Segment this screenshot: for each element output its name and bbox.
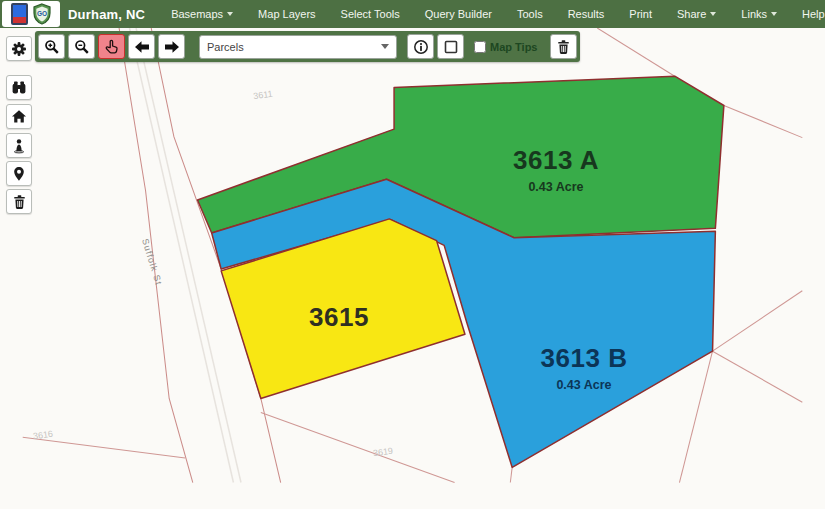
map-canvas[interactable]: [0, 28, 825, 509]
menu-item-label: Share: [677, 8, 706, 20]
app-title: Durham, NC: [68, 7, 145, 22]
map-tips-toggle: Map Tips: [474, 41, 537, 53]
gear-icon: [11, 41, 27, 57]
rectangle-select-button[interactable]: [437, 34, 464, 59]
toolbar: Parcels Map Tips: [35, 31, 580, 62]
menu-item-tools[interactable]: Tools: [517, 8, 543, 20]
settings-button[interactable]: [6, 36, 32, 61]
home-button[interactable]: [6, 104, 32, 129]
parcel-boundary-line: [724, 105, 802, 137]
parcel-map: [0, 28, 825, 509]
delete-button[interactable]: [6, 189, 32, 214]
zoom-in-button[interactable]: [38, 34, 65, 59]
gis-shield-logo-icon: GO: [32, 3, 52, 25]
chevron-down-icon: [771, 12, 777, 16]
menu-item-label: Select Tools: [341, 8, 400, 20]
layer-select[interactable]: Parcels: [199, 35, 397, 59]
map-pin-icon: [12, 166, 26, 182]
svg-text:GO: GO: [36, 10, 46, 17]
identify-button[interactable]: [407, 34, 434, 59]
info-icon: [413, 39, 429, 55]
parcel-boundary-line: [510, 467, 512, 482]
parcel-boundary-line: [23, 437, 186, 458]
menubar: GO Durham, NC BasemapsMap LayersSelect T…: [0, 0, 825, 28]
menu-item-label: Map Layers: [258, 8, 315, 20]
menu-item-label: Links: [741, 8, 767, 20]
trash-icon: [12, 194, 27, 210]
zoom-in-icon: [44, 39, 60, 55]
menu-item-label: Query Builder: [425, 8, 492, 20]
menu-item-basemaps[interactable]: Basemaps: [171, 8, 233, 20]
menu-item-label: Basemaps: [171, 8, 223, 20]
street-view-button[interactable]: [6, 133, 32, 158]
parcel-boundary-line: [713, 351, 803, 402]
forward-button[interactable]: [158, 34, 185, 59]
menu-item-help[interactable]: Help: [802, 8, 825, 20]
clear-selection-button[interactable]: [550, 34, 577, 59]
chevron-down-icon: [227, 12, 233, 16]
menu-item-links[interactable]: Links: [741, 8, 777, 20]
location-button[interactable]: [6, 161, 32, 186]
menu-item-results[interactable]: Results: [568, 8, 605, 20]
chevron-down-icon: [381, 44, 389, 49]
chevron-down-icon: [710, 12, 716, 16]
hand-pointer-icon: [104, 39, 119, 54]
menu-item-label: Tools: [517, 8, 543, 20]
menu-item-label: Results: [568, 8, 605, 20]
device-logo-icon: [11, 3, 28, 25]
parcel-boundary-line: [679, 351, 712, 482]
zoom-out-button[interactable]: [68, 34, 95, 59]
arrow-right-icon: [164, 40, 180, 54]
map-tips-checkbox[interactable]: [474, 41, 486, 53]
menu-item-label: Print: [629, 8, 652, 20]
app-logo[interactable]: GO: [2, 1, 60, 27]
trash-icon: [556, 39, 571, 55]
arrow-left-icon: [134, 40, 150, 54]
home-icon: [11, 109, 27, 124]
parcel-boundary-line: [597, 28, 674, 76]
pointer-select-tool-button[interactable]: [98, 34, 125, 59]
parcel-boundary-line: [261, 413, 455, 483]
menu-item-map-layers[interactable]: Map Layers: [258, 8, 315, 20]
binoculars-icon: [11, 80, 27, 95]
search-button[interactable]: [6, 75, 32, 100]
gis-app-window: 3613 A 0.43 Acre 3613 B 0.43 Acre 3615 3…: [0, 0, 825, 509]
menu-items: BasemapsMap LayersSelect ToolsQuery Buil…: [171, 8, 825, 20]
zoom-out-icon: [74, 39, 90, 55]
menu-item-query-builder[interactable]: Query Builder: [425, 8, 492, 20]
menu-item-share[interactable]: Share: [677, 8, 716, 20]
menu-item-select-tools[interactable]: Select Tools: [341, 8, 400, 20]
menu-item-label: Help: [802, 8, 825, 20]
back-button[interactable]: [128, 34, 155, 59]
person-icon: [11, 138, 27, 154]
menu-item-print[interactable]: Print: [629, 8, 652, 20]
map-tips-label[interactable]: Map Tips: [490, 41, 537, 53]
rectangle-icon: [443, 39, 459, 55]
parcel-boundary-line: [713, 291, 803, 351]
layer-select-value: Parcels: [207, 41, 244, 53]
